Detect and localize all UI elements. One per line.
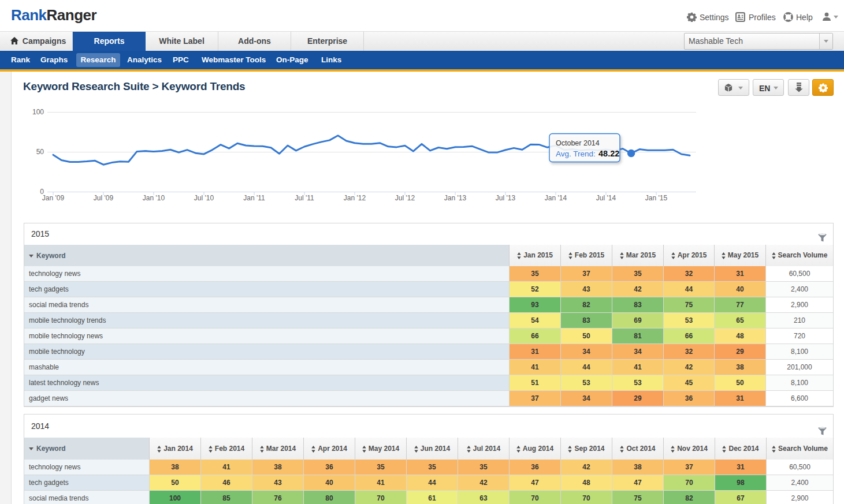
svg-text:48.22: 48.22	[598, 149, 619, 158]
svg-text:100: 100	[32, 108, 44, 116]
svg-text:Jul '14: Jul '14	[596, 194, 616, 202]
svg-text:Jul '13: Jul '13	[496, 194, 516, 202]
svg-text:Jan '13: Jan '13	[444, 194, 467, 202]
svg-text:Jul '11: Jul '11	[295, 194, 314, 202]
svg-text:Jul '12: Jul '12	[395, 194, 415, 202]
svg-text:Jul '09: Jul '09	[94, 194, 114, 202]
svg-text:Jul '10: Jul '10	[194, 194, 214, 202]
svg-text:50: 50	[36, 148, 44, 156]
svg-text:Jan '11: Jan '11	[243, 194, 265, 202]
svg-text:October 2014: October 2014	[556, 139, 600, 147]
svg-text:Jan '15: Jan '15	[645, 194, 668, 202]
svg-text:Jan '14: Jan '14	[545, 194, 567, 202]
svg-text:Jan '10: Jan '10	[143, 194, 165, 202]
svg-text:Jan '12: Jan '12	[344, 194, 366, 202]
svg-text:Avg. Trend:: Avg. Trend:	[556, 150, 596, 158]
svg-text:Jan '09: Jan '09	[42, 194, 65, 202]
